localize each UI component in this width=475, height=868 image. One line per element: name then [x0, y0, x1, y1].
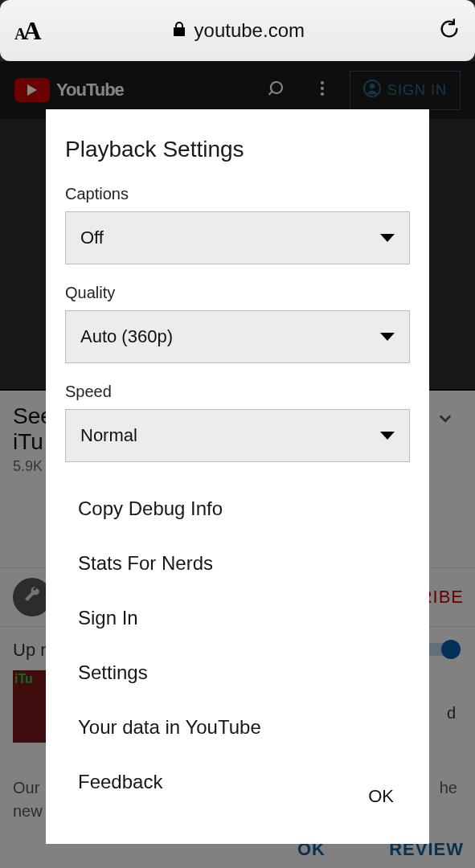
svg-point-0 — [321, 81, 324, 84]
sign-in-label: SIGN IN — [387, 82, 447, 99]
caret-down-icon — [380, 333, 395, 341]
chevron-down-icon — [436, 411, 454, 432]
browser-url-bar: AA youtube.com — [0, 0, 475, 61]
settings-item[interactable]: Settings — [65, 645, 410, 700]
captions-select[interactable]: Off — [65, 211, 410, 264]
address-text: youtube.com — [195, 19, 305, 42]
quality-select[interactable]: Auto (360p) — [65, 310, 410, 363]
caret-down-icon — [380, 234, 395, 242]
reload-button[interactable] — [438, 18, 461, 43]
playback-settings-dialog: Playback Settings Captions Off Quality A… — [46, 109, 429, 844]
captions-value: Off — [80, 227, 104, 248]
youtube-play-icon — [14, 78, 50, 102]
captions-label: Captions — [65, 185, 410, 203]
youtube-logo[interactable]: YouTube — [14, 78, 124, 102]
stats-for-nerds-item[interactable]: Stats For Nerds — [65, 536, 410, 591]
speed-label: Speed — [65, 383, 410, 401]
speed-select[interactable]: Normal — [65, 409, 410, 462]
sign-in-button[interactable]: SIGN IN — [350, 71, 461, 110]
dialog-title: Playback Settings — [65, 137, 410, 162]
text-size-small-a: A — [14, 25, 23, 43]
up-next-label: Up n — [13, 640, 50, 661]
address-field[interactable]: youtube.com — [48, 19, 428, 42]
search-icon — [266, 87, 285, 100]
account-icon — [363, 80, 381, 101]
expand-description-button[interactable] — [436, 410, 454, 432]
svg-point-1 — [321, 87, 324, 90]
kebab-icon — [313, 87, 332, 100]
svg-point-4 — [370, 84, 375, 88]
feedback-item[interactable]: Feedback — [65, 755, 410, 809]
speed-value: Normal — [80, 425, 137, 446]
your-data-item[interactable]: Your data in YouTube — [65, 700, 410, 755]
wrench-icon — [23, 585, 42, 609]
reader-text-size-button[interactable]: AA — [14, 16, 39, 46]
caret-down-icon — [380, 432, 395, 440]
youtube-wordmark: YouTube — [56, 80, 124, 100]
search-button[interactable] — [256, 79, 295, 101]
ok-button[interactable]: OK — [362, 781, 400, 812]
lock-icon — [172, 19, 186, 42]
settings-menu-list: Copy Debug Info Stats For Nerds Sign In … — [65, 481, 410, 809]
svg-point-2 — [321, 92, 324, 96]
text-size-big-a: A — [23, 16, 38, 45]
autoplay-toggle[interactable] — [425, 640, 457, 659]
overflow-menu-button[interactable] — [303, 79, 342, 101]
copy-debug-info-item[interactable]: Copy Debug Info — [65, 481, 410, 536]
quality-value: Auto (360p) — [80, 326, 173, 347]
quality-label: Quality — [65, 284, 410, 302]
sign-in-item[interactable]: Sign In — [65, 591, 410, 645]
